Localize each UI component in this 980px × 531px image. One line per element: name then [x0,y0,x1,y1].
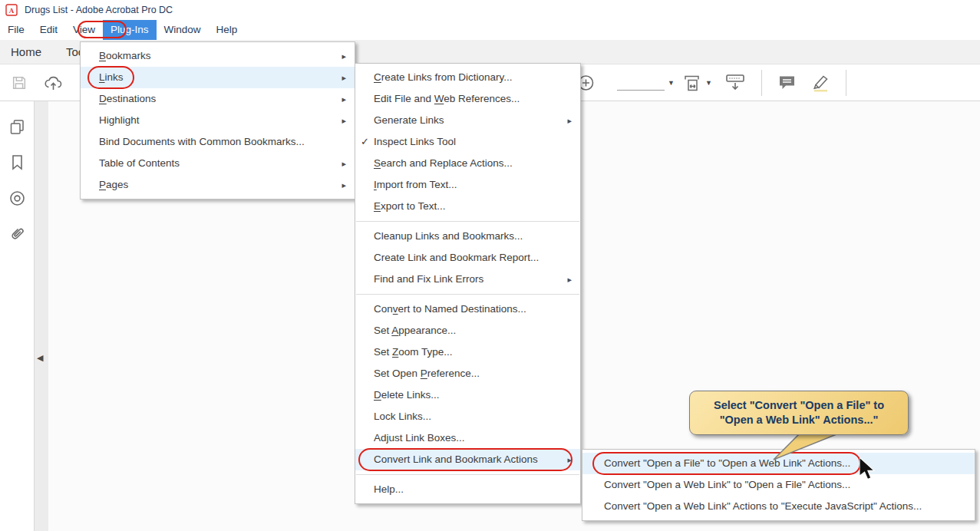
callout-line1: Select "Convert "Open a File" to [714,398,884,413]
zoom-level-value [617,75,665,91]
menu-item-label: Delete Links... [374,384,440,406]
menu-item-label: Create Links from Dictionary... [374,67,513,88]
nav-pane-strip: ◀ [34,101,48,531]
submenu-arrow-icon: ▸ [567,110,572,131]
toolbar-separator [761,70,762,96]
scroll-mode-icon[interactable] [724,73,746,93]
menu-separator [356,221,579,222]
menu-item-label: Convert to Named Destinations... [374,298,526,320]
menu-item-label: Destinations [99,88,156,110]
menu-edit[interactable]: Edit [32,20,65,40]
highlighter-icon[interactable] [810,73,831,92]
menu-item-edit-file-and-web-references[interactable]: Edit File and Web References... [355,88,580,110]
submenu-arrow-icon: ▸ [342,110,346,131]
menu-item-convert-link-and-bookmark-actions[interactable]: Convert Link and Bookmark Actions▸ [355,449,580,470]
menu-item-generate-links[interactable]: Generate Links▸ [355,110,580,131]
menu-item-label: Highlight [99,110,140,131]
menu-item-convert-to-named-destinations[interactable]: Convert to Named Destinations... [355,298,580,320]
menu-item-find-and-fix-link-errors[interactable]: Find and Fix Link Errors▸ [355,269,580,290]
collapse-pane-icon[interactable]: ◀ [37,353,43,363]
links-submenu: Create Links from Dictionary...Edit File… [355,63,581,504]
menu-item-label: Set Zoom Type... [374,341,453,363]
menu-item-set-zoom-type[interactable]: Set Zoom Type... [355,341,580,363]
menu-item-label: Create Link and Bookmark Report... [374,247,539,269]
menu-item-create-link-and-bookmark-report[interactable]: Create Link and Bookmark Report... [355,247,580,269]
menu-item-import-from-text[interactable]: Import from Text... [355,174,580,196]
chevron-down-icon: ▼ [705,79,712,87]
menu-item-bind-documents-with-common-bookmarks[interactable]: Bind Documents with Common Bookmarks... [81,131,355,153]
annotation-callout: Select "Convert "Open a File" to "Open a… [689,391,909,435]
acrobat-app-icon: A [5,4,18,16]
menu-item-label: Set Appearance... [374,320,456,341]
menu-item-label: Search and Replace Actions... [374,153,513,174]
menu-item-label: Find and Fix Link Errors [374,269,483,290]
menu-item-lock-links[interactable]: Lock Links... [355,406,580,427]
submenu-arrow-icon: ▸ [342,45,346,67]
tab-home[interactable]: Home [11,40,41,64]
menu-item-delete-links[interactable]: Delete Links... [355,384,580,406]
attachments-icon[interactable] [8,225,26,246]
bookmarks-icon[interactable] [8,153,26,174]
title-bar: A Drugs List - Adobe Acrobat Pro DC [0,0,980,20]
menu-item-search-and-replace-actions[interactable]: Search and Replace Actions... [355,153,580,174]
menu-item-set-appearance[interactable]: Set Appearance... [355,320,580,341]
svg-text:A: A [9,7,15,15]
menu-item-create-links-from-dictionary[interactable]: Create Links from Dictionary... [355,67,580,88]
menu-item-label: Bookmarks [99,45,151,67]
checkmark-icon: ✓ [361,131,369,153]
zoom-level-combo[interactable]: ▼ [617,75,675,91]
menu-item-bookmarks[interactable]: Bookmarks▸ [81,45,355,67]
menu-item-label: Convert "Open a Web Link" Actions to "Ex… [604,496,922,517]
menu-separator [356,294,579,295]
menu-window[interactable]: Window [157,20,209,40]
menu-item-label: Cleanup Links and Bookmarks... [374,226,523,247]
menu-item-pages[interactable]: Pages▸ [81,174,355,196]
menu-item-convert-open-a-web-link-actions-to-execute-javas[interactable]: Convert "Open a Web Link" Actions to "Ex… [582,496,975,517]
menu-item-links[interactable]: Links▸ [81,67,355,88]
cloud-upload-icon[interactable] [44,74,63,91]
submenu-arrow-icon: ▸ [342,67,346,88]
navigation-rail [0,101,34,531]
comment-icon[interactable] [777,74,797,91]
submenu-arrow-icon: ▸ [567,269,572,290]
menu-item-label: Edit File and Web References... [374,88,520,110]
save-icon[interactable] [11,74,28,91]
page-fit-icon[interactable]: ▼ [681,72,712,93]
menu-item-convert-open-a-web-link-to-open-a-file-actions[interactable]: Convert "Open a Web Link" to "Open a Fil… [582,474,975,496]
menu-item-help[interactable]: Help... [355,479,580,500]
menu-separator [356,474,579,475]
menu-item-table-of-contents[interactable]: Table of Contents▸ [81,153,355,174]
menu-bar: File Edit View Plug-Ins Window Help [0,20,980,40]
callout-line2: "Open a Web Link" Actions..." [720,413,879,427]
menu-item-label: Table of Contents [99,153,180,174]
menu-item-export-to-text[interactable]: Export to Text... [355,196,580,217]
chevron-down-icon: ▼ [668,79,675,87]
menu-item-label: Adjust Link Boxes... [374,427,465,449]
menu-plug-ins[interactable]: Plug-Ins [103,20,157,40]
menu-item-inspect-links-tool[interactable]: ✓Inspect Links Tool [355,131,580,153]
menu-item-set-open-preference[interactable]: Set Open Preference... [355,363,580,384]
plug-ins-menu: Bookmarks▸Links▸Destinations▸Highlight▸B… [80,41,355,200]
toolbar-separator [846,70,846,96]
destinations-icon[interactable] [8,190,26,210]
submenu-arrow-icon: ▸ [567,449,572,470]
menu-file[interactable]: File [0,20,32,40]
menu-item-label: Set Open Preference... [374,363,480,384]
menu-item-label: Convert Link and Bookmark Actions [374,449,538,470]
menu-item-label: Inspect Links Tool [374,131,456,153]
submenu-arrow-icon: ▸ [342,174,346,196]
page-thumbnails-icon[interactable] [8,118,26,139]
menu-item-label: Convert "Open a Web Link" to "Open a Fil… [604,474,850,496]
menu-item-label: Help... [374,479,404,500]
menu-item-label: Lock Links... [374,406,431,427]
menu-item-label: Links [99,67,124,88]
window-title: Drugs List - Adobe Acrobat Pro DC [25,5,173,15]
menu-item-highlight[interactable]: Highlight▸ [81,110,355,131]
menu-item-label: Import from Text... [374,174,457,196]
menu-item-destinations[interactable]: Destinations▸ [81,88,355,110]
menu-item-cleanup-links-and-bookmarks[interactable]: Cleanup Links and Bookmarks... [355,226,580,247]
menu-view[interactable]: View [65,20,103,40]
menu-item-label: Pages [99,174,128,196]
menu-item-adjust-link-boxes[interactable]: Adjust Link Boxes... [355,427,580,449]
menu-help[interactable]: Help [209,20,246,40]
